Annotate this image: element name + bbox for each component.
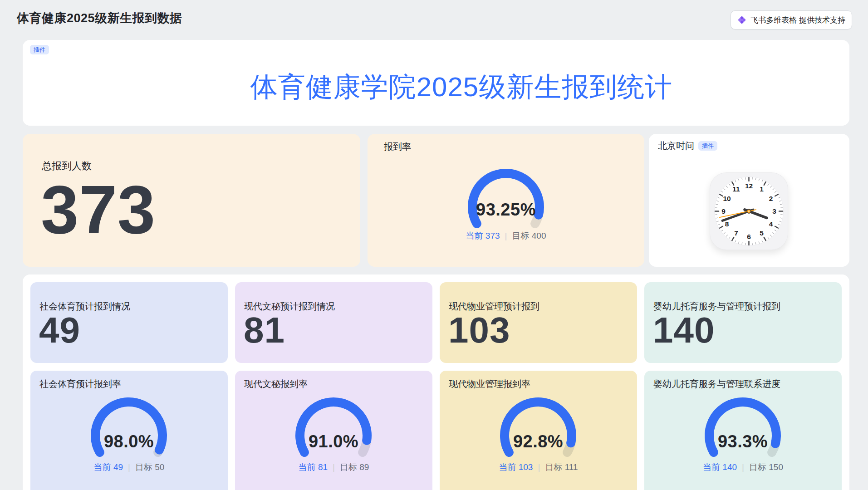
- gauge-label: 现代物业管理报到率: [449, 378, 530, 390]
- gauge-detail: 当前 103|目标 111: [440, 461, 637, 473]
- stat-card-property-management[interactable]: 现代物业管理预计报到 103: [440, 282, 637, 363]
- stat-card-modern-secretary[interactable]: 现代文秘预计报到情况 81: [235, 282, 432, 363]
- gauge-card-social-sports[interactable]: 社会体育预计报到率 98.0% 当前 49|目标 50: [30, 371, 228, 490]
- beijing-time-label: 北京时间: [658, 140, 694, 152]
- stat-value: 81: [244, 312, 285, 348]
- svg-text:5: 5: [760, 229, 764, 237]
- hero-title-card[interactable]: 插件 体育健康学院2025级新生报到统计: [23, 40, 849, 126]
- gauge-card-infant-care[interactable]: 婴幼儿托育服务与管理联系进度 93.3% 当前 140|目标 150: [644, 371, 842, 490]
- beijing-time-card[interactable]: 北京时间 插件 123456789101112: [649, 134, 849, 267]
- analog-clock: 123456789101112: [710, 172, 788, 250]
- registration-rate-percent: 93.25%: [463, 200, 549, 220]
- stat-value: 49: [39, 312, 80, 348]
- svg-text:7: 7: [734, 229, 738, 237]
- stat-card-social-sports[interactable]: 社会体育预计报到情况 49: [30, 282, 228, 363]
- registration-rate-detail: 当前 373|目标 400: [368, 230, 644, 242]
- gauge-percent: 93.3%: [700, 432, 786, 451]
- gauge-detail: 当前 81|目标 89: [235, 461, 432, 473]
- gauge-detail: 当前 140|目标 150: [644, 461, 842, 473]
- gauge-label: 现代文秘报到率: [244, 378, 308, 390]
- gauge-percent: 92.8%: [495, 432, 581, 451]
- total-registered-value: 373: [41, 176, 156, 244]
- gauge-card-property-management[interactable]: 现代物业管理报到率 92.8% 当前 103|目标 111: [440, 371, 637, 490]
- registration-rate-card[interactable]: 报到率 93.25% 当前 373|目标 400: [368, 134, 644, 267]
- stat-card-infant-care[interactable]: 婴幼儿托育服务与管理预计报到 140: [644, 282, 842, 363]
- svg-text:1: 1: [760, 185, 764, 193]
- gauge-label: 婴幼儿托育服务与管理联系进度: [653, 378, 780, 390]
- svg-text:4: 4: [769, 220, 773, 228]
- feishu-base-icon: [737, 15, 746, 24]
- stat-value: 103: [448, 312, 510, 348]
- dashboard-main-title: 体育健康学院2025级新生报到统计: [23, 73, 849, 102]
- svg-text:9: 9: [721, 207, 726, 215]
- registration-rate-label: 报到率: [384, 141, 411, 153]
- svg-text:10: 10: [723, 195, 731, 202]
- svg-text:11: 11: [732, 185, 740, 193]
- feishu-support-button[interactable]: 飞书多维表格 提供技术支持: [731, 10, 852, 29]
- gauge-percent: 91.0%: [290, 432, 377, 451]
- gauge-percent: 98.0%: [86, 432, 172, 451]
- svg-text:6: 6: [747, 233, 751, 240]
- plugin-badge: 插件: [698, 141, 717, 151]
- gauge-card-modern-secretary[interactable]: 现代文秘报到率 91.0% 当前 81|目标 89: [235, 371, 432, 490]
- clock-face: 123456789101112: [710, 172, 788, 250]
- svg-text:3: 3: [772, 207, 776, 215]
- svg-text:8: 8: [725, 220, 729, 228]
- plugin-badge: 插件: [30, 45, 49, 54]
- svg-text:12: 12: [745, 182, 753, 190]
- gauge-label: 社会体育预计报到率: [39, 378, 121, 390]
- total-registered-label: 总报到人数: [42, 159, 92, 173]
- svg-text:2: 2: [769, 195, 773, 202]
- total-registered-card[interactable]: 总报到人数 373: [23, 134, 360, 267]
- page-title: 体育健康2025级新生报到数据: [17, 10, 182, 26]
- support-button-label: 飞书多维表格 提供技术支持: [750, 15, 845, 25]
- gauge-detail: 当前 49|目标 50: [30, 461, 228, 473]
- stat-value: 140: [653, 312, 715, 348]
